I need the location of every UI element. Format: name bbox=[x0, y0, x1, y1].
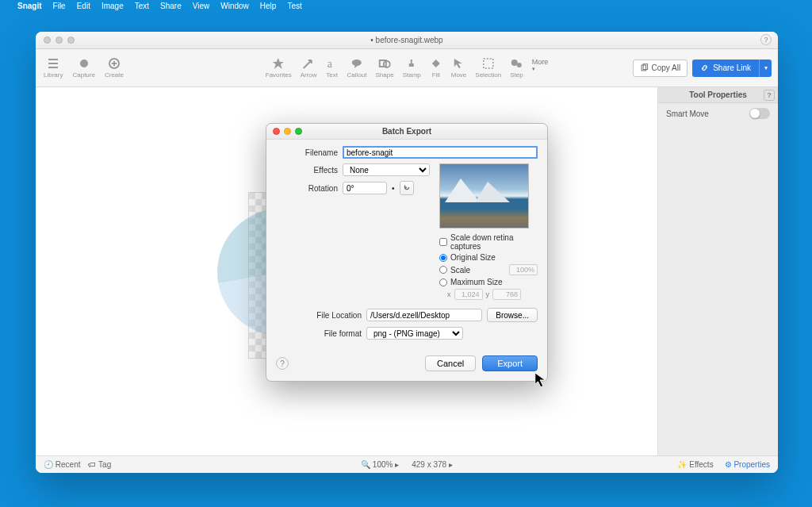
cancel-button[interactable]: Cancel bbox=[425, 355, 476, 371]
window-title: • before-snagit.webp bbox=[36, 36, 778, 44]
tool-properties-panel: Tool Properties ? Smart Move bbox=[657, 87, 778, 455]
svg-point-9 bbox=[516, 63, 521, 67]
menu-test[interactable]: Test bbox=[287, 2, 301, 10]
svg-point-8 bbox=[511, 60, 517, 66]
menu-share[interactable]: Share bbox=[160, 2, 182, 10]
dialog-title: Batch Export bbox=[266, 127, 547, 136]
create-label: Create bbox=[105, 71, 124, 79]
scale-retina-label: Scale down retina captures bbox=[450, 233, 538, 251]
callout-icon bbox=[350, 57, 363, 70]
svg-point-0 bbox=[80, 60, 88, 67]
filename-label: Filename bbox=[276, 148, 338, 157]
star-icon bbox=[272, 57, 285, 70]
x-dim-label: x bbox=[447, 290, 451, 298]
original-size-radio[interactable] bbox=[439, 254, 447, 262]
menu-file[interactable]: File bbox=[53, 2, 66, 10]
rotation-reset-button[interactable] bbox=[400, 181, 414, 195]
capture-button[interactable]: Capture bbox=[72, 57, 94, 79]
file-format-select[interactable]: png - (PNG image) bbox=[366, 327, 463, 340]
scale-label: Scale bbox=[450, 266, 470, 275]
menu-text[interactable]: Text bbox=[135, 2, 149, 10]
menu-view[interactable]: View bbox=[193, 2, 210, 10]
menu-window[interactable]: Window bbox=[220, 2, 249, 10]
scale-percent-input bbox=[509, 264, 538, 275]
shape-icon bbox=[378, 57, 391, 70]
effects-button[interactable]: ✨ Effects bbox=[677, 460, 713, 469]
zoom-control[interactable]: 🔍 100% ▸ bbox=[361, 460, 399, 469]
original-size-label: Original Size bbox=[450, 253, 496, 262]
export-button[interactable]: Export bbox=[482, 355, 538, 371]
capture-label: Capture bbox=[72, 71, 94, 79]
statusbar: 🕘 Recent 🏷 Tag 🔍 100% ▸ 429 x 378 ▸ ✨ Ef… bbox=[36, 455, 778, 473]
step-icon bbox=[510, 57, 523, 70]
properties-button[interactable]: ⚙ Properties bbox=[725, 460, 770, 469]
editor-toolbar: Library Capture Create Favorites Arrow a bbox=[36, 49, 778, 87]
library-button[interactable]: Library bbox=[44, 57, 63, 79]
arrow-icon bbox=[302, 57, 315, 70]
window-titlebar[interactable]: • before-snagit.webp ? bbox=[36, 32, 778, 49]
link-icon bbox=[700, 63, 709, 72]
titlebar-help-button[interactable]: ? bbox=[760, 34, 772, 45]
tool-callout[interactable]: Callout bbox=[347, 57, 367, 79]
create-button[interactable]: Create bbox=[105, 57, 124, 79]
dialog-help-button[interactable]: ? bbox=[276, 357, 289, 370]
effects-label: Effects bbox=[276, 166, 338, 175]
tool-favorites[interactable]: Favorites bbox=[266, 57, 292, 79]
scale-retina-checkbox[interactable] bbox=[439, 238, 447, 246]
file-location-label: File Location bbox=[276, 311, 362, 320]
svg-point-4 bbox=[352, 60, 362, 66]
tool-shape[interactable]: Shape bbox=[375, 57, 393, 79]
stamp-icon bbox=[405, 57, 418, 70]
create-icon bbox=[108, 57, 121, 70]
rotation-input[interactable] bbox=[343, 182, 387, 194]
tool-properties-title: Tool Properties bbox=[689, 90, 747, 99]
fill-icon bbox=[430, 57, 442, 70]
y-dim-input bbox=[492, 289, 521, 300]
file-format-label: File format bbox=[276, 329, 362, 338]
menu-help[interactable]: Help bbox=[260, 2, 277, 10]
scale-radio[interactable] bbox=[439, 266, 447, 274]
recent-button[interactable]: 🕘 Recent bbox=[44, 460, 80, 469]
smart-move-toggle[interactable] bbox=[749, 108, 770, 119]
selection-icon bbox=[482, 57, 495, 70]
dialog-titlebar[interactable]: Batch Export bbox=[266, 124, 547, 140]
library-label: Library bbox=[44, 71, 63, 79]
smart-move-label: Smart Move bbox=[666, 109, 709, 118]
copy-icon bbox=[640, 63, 649, 72]
text-icon: a bbox=[326, 57, 339, 70]
copy-all-button[interactable]: Copy All bbox=[633, 60, 688, 77]
tool-step[interactable]: Step bbox=[510, 57, 523, 79]
share-link-dropdown[interactable]: ▾ bbox=[759, 60, 772, 77]
tool-fill[interactable]: Fill bbox=[430, 57, 442, 79]
rotate-icon bbox=[403, 183, 411, 191]
capture-icon bbox=[78, 57, 90, 70]
tool-stamp[interactable]: Stamp bbox=[403, 57, 421, 79]
svg-rect-7 bbox=[484, 59, 493, 68]
move-icon bbox=[453, 57, 465, 70]
tag-button[interactable]: 🏷 Tag bbox=[88, 460, 111, 469]
svg-text:a: a bbox=[327, 58, 333, 70]
menu-image[interactable]: Image bbox=[102, 2, 124, 10]
tool-selection[interactable]: Selection bbox=[475, 57, 501, 79]
filename-input[interactable] bbox=[343, 146, 538, 159]
tool-properties-help[interactable]: ? bbox=[764, 90, 775, 101]
y-dim-label: y bbox=[486, 290, 490, 298]
tool-move[interactable]: Move bbox=[451, 57, 467, 79]
max-size-radio[interactable] bbox=[439, 278, 447, 286]
browse-button[interactable]: Browse... bbox=[487, 308, 538, 322]
share-link-button[interactable]: Share Link bbox=[692, 60, 759, 77]
rotation-dot-icon: • bbox=[392, 184, 395, 193]
toolbar-more[interactable]: More▾ bbox=[532, 58, 549, 79]
dimensions-readout[interactable]: 429 x 378 ▸ bbox=[412, 460, 453, 469]
tool-text[interactable]: a Text bbox=[326, 57, 339, 79]
preview-thumbnail bbox=[439, 163, 529, 229]
library-icon bbox=[47, 57, 59, 70]
effects-select[interactable]: None bbox=[343, 163, 430, 176]
x-dim-input bbox=[454, 289, 483, 300]
batch-export-dialog: Batch Export Filename Effects None Rotat… bbox=[266, 123, 548, 382]
tool-arrow[interactable]: Arrow bbox=[301, 57, 317, 79]
macos-menubar[interactable]: Snagit File Edit Image Text Share View W… bbox=[0, 0, 812, 11]
app-menu[interactable]: Snagit bbox=[17, 2, 42, 10]
menu-edit[interactable]: Edit bbox=[77, 2, 90, 10]
file-location-input[interactable] bbox=[366, 309, 482, 321]
